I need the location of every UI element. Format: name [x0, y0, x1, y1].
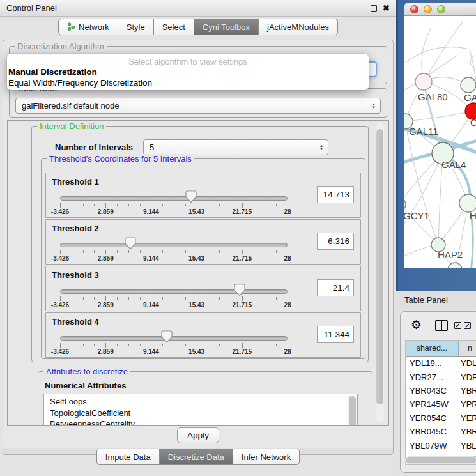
- numerical-attributes-list[interactable]: SelfLoopsTopologicalCoefficientBetweenne…: [43, 394, 358, 426]
- table-horizontal-scrollbar[interactable]: [405, 456, 476, 464]
- threshold-label: Threshold 4: [52, 317, 99, 326]
- threshold-value-input[interactable]: [317, 186, 354, 203]
- slider-track[interactable]: [60, 196, 288, 201]
- threshold-panel: Threshold 1-3.4262.8599.14415.4321.71528: [45, 173, 361, 218]
- attributes-group: Attributes to discretize Numerical Attri…: [38, 371, 372, 426]
- table-row[interactable]: YDL19...YDL1: [406, 357, 476, 370]
- column-header-name[interactable]: n: [459, 341, 476, 356]
- checkbox-checked-icon[interactable]: ✓: [464, 322, 471, 329]
- cell-shared-name[interactable]: YPR145W: [406, 399, 459, 409]
- close-icon[interactable]: ✖: [383, 5, 390, 12]
- table-row[interactable]: YPR145WYPR1: [406, 397, 476, 411]
- columns-icon[interactable]: [435, 320, 448, 331]
- tab-jactivemnodules[interactable]: jActiveMNodules: [258, 19, 338, 35]
- cell-name[interactable]: YDL1: [459, 358, 476, 368]
- tab-select[interactable]: Select: [153, 19, 194, 35]
- network-node[interactable]: [415, 73, 432, 90]
- network-view-window: GAL80GACGAL11GAL4GCY1HHAP2: [396, 0, 476, 291]
- tick-label: 2.859: [98, 208, 114, 215]
- cell-name[interactable]: YBR0: [459, 386, 476, 395]
- tick-label: 15.43: [188, 348, 204, 355]
- table-row[interactable]: YDR27...YDR2: [406, 370, 476, 383]
- threshold-label: Threshold 2: [52, 224, 99, 233]
- cell-shared-name[interactable]: YER054C: [406, 413, 459, 423]
- slider-thumb[interactable]: [161, 330, 173, 343]
- float-window-icon[interactable]: [371, 5, 377, 12]
- tick-label: 21.715: [233, 208, 252, 215]
- attribute-list-item[interactable]: SelfLoops: [44, 396, 357, 408]
- slider-track[interactable]: [60, 336, 288, 341]
- dropdown-option-manual[interactable]: Manual Discretization: [7, 66, 369, 77]
- node-table[interactable]: shared... n YDL19...YDL1YDR27...YDR2YBR0…: [405, 340, 476, 465]
- dropdown-option-equal-width[interactable]: Equal Width/Frequency Discretization: [7, 77, 369, 88]
- attribute-list-item[interactable]: BetweennessCentrality: [44, 418, 357, 426]
- threshold-value-input[interactable]: [317, 233, 354, 250]
- algorithm-dropdown-popup: Select algorithm to view settings Manual…: [7, 54, 369, 90]
- attribute-list-item[interactable]: TopologicalCoefficient: [44, 408, 357, 419]
- table-row[interactable]: YBR043CYBR0: [406, 384, 476, 397]
- threshold-panel: Threshold 2-3.4262.8599.14415.4321.71528: [45, 219, 361, 265]
- network-node-label: C: [470, 117, 476, 128]
- tick-label: -3.426: [51, 255, 69, 262]
- cell-name[interactable]: YDR2: [459, 372, 476, 382]
- slider-thumb[interactable]: [234, 284, 245, 296]
- list-scrollbar[interactable]: [348, 395, 357, 426]
- tick-label: 15.43: [188, 208, 204, 215]
- table-panel-box: ⚙ ✓ ✓ shared... n YDL19...YDL1YDR27...YD…: [400, 311, 476, 473]
- zoom-traffic-light-icon[interactable]: [437, 5, 445, 13]
- tick-label: 28: [284, 348, 291, 355]
- cell-shared-name[interactable]: YBL079W: [406, 441, 459, 450]
- settings-scrollbar[interactable]: [376, 123, 384, 422]
- tick-label: 21.715: [233, 302, 252, 309]
- close-traffic-light-icon[interactable]: [410, 5, 418, 13]
- slider-ticks: [60, 203, 288, 208]
- cell-shared-name[interactable]: YBR045C: [406, 427, 459, 436]
- slider-track[interactable]: [60, 243, 288, 247]
- tab-network[interactable]: Network: [58, 19, 118, 35]
- tick-label: 2.859: [98, 348, 114, 355]
- checkbox-checked-icon[interactable]: ✓: [454, 322, 461, 329]
- tab-impute-data[interactable]: Impute Data: [96, 449, 160, 465]
- column-header-shared-name[interactable]: shared...: [406, 341, 459, 356]
- threshold-panel: Threshold 3-3.4262.8599.14415.4321.71528: [45, 266, 361, 311]
- stepper-arrows-icon: ▲▼: [372, 103, 376, 109]
- network-node-label: GAL4: [441, 159, 466, 170]
- network-canvas[interactable]: GAL80GACGAL11GAL4GCY1HHAP2: [404, 16, 476, 268]
- threshold-value-input[interactable]: [317, 279, 354, 296]
- table-row[interactable]: YBR045CYBR0: [406, 425, 476, 438]
- dropdown-placeholder-item[interactable]: Select algorithm to view settings: [7, 54, 369, 66]
- slider-ticks: [60, 296, 288, 302]
- cell-shared-name[interactable]: YDL19...: [406, 358, 459, 368]
- number-of-intervals-combo[interactable]: 5 ▲▼: [143, 139, 328, 155]
- slider-track[interactable]: [60, 289, 288, 294]
- network-node[interactable]: [461, 77, 476, 93]
- network-node-label: GAL80: [418, 91, 448, 102]
- network-node[interactable]: [404, 197, 406, 211]
- cell-name[interactable]: YBL0: [459, 441, 476, 450]
- network-node[interactable]: [459, 194, 476, 212]
- cell-name[interactable]: YER0: [459, 413, 476, 423]
- gear-icon[interactable]: ⚙: [411, 319, 422, 332]
- table-panel-titlebar: Table Panel: [396, 291, 476, 309]
- combo-value: galFiltered.sif default node: [22, 101, 119, 111]
- control-panel: Control Panel ✖ Network Style Select Cyn…: [0, 0, 396, 476]
- cell-name[interactable]: YPR1: [459, 399, 476, 409]
- cell-shared-name[interactable]: YDR27...: [406, 372, 459, 382]
- tab-discretize-data[interactable]: Discretize Data: [159, 449, 233, 465]
- table-row[interactable]: YER054CYER0: [406, 411, 476, 425]
- threshold-value-input[interactable]: [317, 326, 354, 343]
- tab-style[interactable]: Style: [118, 19, 154, 35]
- tab-label: Infer Network: [242, 452, 291, 462]
- top-tab-bar: Network Style Select Cyni Toolbox jActiv…: [0, 19, 396, 35]
- table-row[interactable]: YBL079WYBL0: [406, 438, 476, 452]
- apply-button[interactable]: Apply: [177, 427, 219, 443]
- minimize-traffic-light-icon[interactable]: [424, 5, 432, 13]
- table-data-combo[interactable]: galFiltered.sif default node ▲▼: [15, 98, 381, 114]
- slider-thumb[interactable]: [125, 237, 136, 250]
- tab-infer-network[interactable]: Infer Network: [233, 449, 300, 465]
- cell-name[interactable]: YBR0: [459, 427, 476, 436]
- tab-cyni-toolbox[interactable]: Cyni Toolbox: [194, 19, 259, 35]
- tab-label: Cyni Toolbox: [203, 22, 250, 32]
- slider-thumb[interactable]: [185, 190, 197, 203]
- cell-shared-name[interactable]: YBR043C: [406, 386, 459, 395]
